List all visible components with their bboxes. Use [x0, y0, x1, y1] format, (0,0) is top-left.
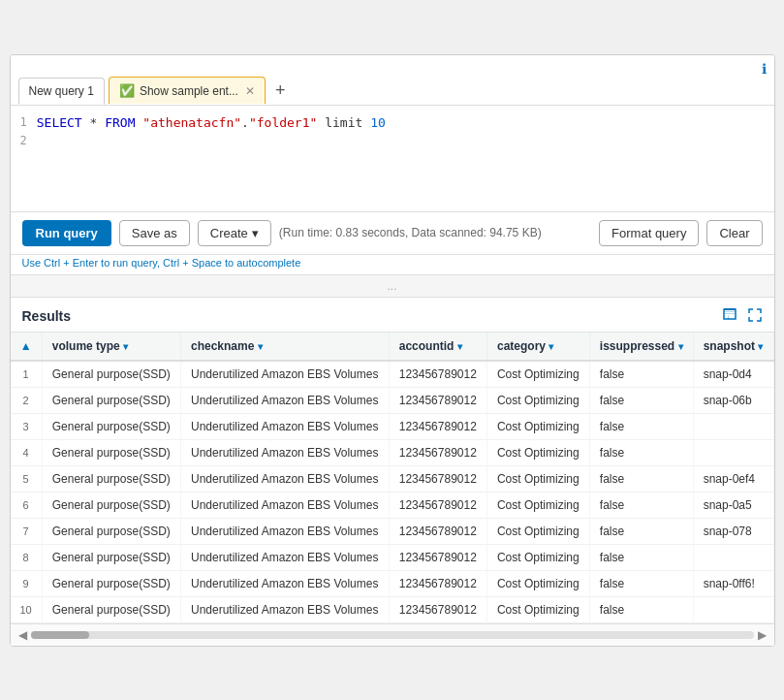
col-header-issuppressed[interactable]: issuppressed ▾: [589, 333, 693, 361]
results-section: Results ↓: [11, 298, 774, 646]
cell-category: Cost Optimizing: [486, 518, 589, 544]
cell-snapshot: snap-06b: [693, 387, 773, 413]
cell-row-num: 9: [11, 570, 43, 596]
svg-rect-1: [724, 311, 736, 312]
download-icon[interactable]: ↓: [722, 307, 737, 326]
bottom-scrollbar[interactable]: ◀ ▶: [11, 623, 774, 646]
table-row: 6 General purpose(SSD) Underutilized Ama…: [11, 492, 774, 518]
table-row: 3 General purpose(SSD) Underutilized Ama…: [11, 413, 774, 439]
scroll-thumb[interactable]: [31, 631, 89, 639]
col-header-category[interactable]: category ▾: [486, 333, 589, 361]
code-editor[interactable]: 1 2 SELECT * FROM "athenatacfn"."folder1…: [11, 106, 774, 203]
cell-volume-type: General purpose(SSD): [42, 387, 180, 413]
cell-category: Cost Optimizing: [486, 439, 589, 465]
tab-sample[interactable]: ✅ Show sample ent... ✕: [109, 77, 266, 104]
cell-volume-type: General purpose(SSD): [42, 596, 180, 622]
table-row: 5 General purpose(SSD) Underutilized Ama…: [11, 465, 774, 492]
col-header-volume-type[interactable]: volume type ▾: [42, 333, 180, 361]
save-as-button[interactable]: Save as: [119, 220, 190, 246]
cell-volume-type: General purpose(SSD): [42, 570, 180, 596]
tab-close-icon[interactable]: ✕: [245, 84, 255, 98]
table-row: 2 General purpose(SSD) Underutilized Ama…: [11, 387, 774, 413]
expand-icon[interactable]: [747, 307, 763, 326]
cell-snapshot: snap-0ff6!: [693, 570, 773, 596]
cell-checkname: Underutilized Amazon EBS Volumes: [181, 570, 390, 596]
create-button[interactable]: Create ▾: [198, 220, 271, 246]
clear-button[interactable]: Clear: [706, 220, 762, 246]
col-label-volume-type: volume type: [52, 339, 120, 353]
create-chevron-icon: ▾: [252, 226, 259, 240]
col-header-checkname[interactable]: checkname ▾: [181, 333, 390, 361]
cell-accountid: 123456789012: [389, 361, 486, 388]
cell-snapshot: [693, 413, 773, 439]
scroll-right-icon[interactable]: ▶: [758, 628, 767, 642]
col-header-row-num: ▲: [11, 333, 43, 361]
editor-area: 1 2 SELECT * FROM "athenatacfn"."folder1…: [11, 106, 774, 212]
cell-snapshot: snap-0a5: [693, 492, 773, 518]
table-row: 10 General purpose(SSD) Underutilized Am…: [11, 596, 774, 622]
cell-row-num: 10: [11, 596, 43, 622]
create-label: Create: [210, 226, 248, 240]
cell-issuppressed: false: [589, 518, 693, 544]
cell-category: Cost Optimizing: [486, 544, 589, 570]
cell-checkname: Underutilized Amazon EBS Volumes: [181, 439, 390, 465]
col-label-checkname: checkname: [191, 339, 254, 353]
sort-icon-category: ▾: [549, 341, 553, 352]
cell-category: Cost Optimizing: [486, 465, 589, 492]
run-info: (Run time: 0.83 seconds, Data scanned: 9…: [279, 226, 591, 239]
sort-icon-snapshot: ▾: [758, 341, 763, 352]
cell-volume-type: General purpose(SSD): [42, 361, 180, 388]
cell-accountid: 123456789012: [389, 413, 486, 439]
cell-volume-type: General purpose(SSD): [42, 492, 180, 518]
cell-row-num: 4: [11, 439, 43, 465]
cell-row-num: 5: [11, 465, 43, 492]
cell-snapshot: [693, 439, 773, 465]
cell-category: Cost Optimizing: [486, 570, 589, 596]
scroll-track[interactable]: [31, 631, 754, 639]
top-bar: ℹ: [11, 55, 774, 77]
cell-category: Cost Optimizing: [486, 361, 589, 388]
svg-text:↓: ↓: [727, 313, 731, 320]
table-row: 8 General purpose(SSD) Underutilized Ama…: [11, 544, 774, 570]
cell-category: Cost Optimizing: [486, 387, 589, 413]
cell-category: Cost Optimizing: [486, 413, 589, 439]
cell-category: Cost Optimizing: [486, 492, 589, 518]
cell-checkname: Underutilized Amazon EBS Volumes: [181, 596, 390, 622]
run-query-button[interactable]: Run query: [22, 220, 111, 246]
tabs-bar: New query 1 ✅ Show sample ent... ✕ +: [11, 77, 774, 106]
cell-row-num: 1: [11, 361, 43, 388]
results-table-wrapper: ▲ volume type ▾ checkname ▾ accountid: [11, 332, 774, 623]
col-header-snapshot[interactable]: snapshot ▾: [693, 333, 773, 361]
table-row: 7 General purpose(SSD) Underutilized Ama…: [11, 518, 774, 544]
tab-label-sample: Show sample ent...: [140, 84, 238, 98]
scroll-left-icon[interactable]: ◀: [18, 628, 27, 642]
cell-accountid: 123456789012: [389, 465, 486, 492]
sort-arrow-up-icon: ▲: [20, 339, 32, 353]
cell-accountid: 123456789012: [389, 544, 486, 570]
col-header-accountid[interactable]: accountid ▾: [389, 333, 486, 361]
code-content[interactable]: SELECT * FROM "athenatacfn"."folder1" li…: [37, 113, 774, 195]
cell-checkname: Underutilized Amazon EBS Volumes: [181, 518, 390, 544]
cell-volume-type: General purpose(SSD): [42, 544, 180, 570]
tab-new-query-1[interactable]: New query 1: [18, 78, 105, 105]
divider-dots: ...: [11, 274, 774, 298]
cell-snapshot: snap-0ef4: [693, 465, 773, 492]
cell-row-num: 8: [11, 544, 43, 570]
cell-row-num: 7: [11, 518, 43, 544]
table-row: 9 General purpose(SSD) Underutilized Ama…: [11, 570, 774, 596]
info-icon[interactable]: ℹ: [762, 61, 767, 77]
sort-icon-volume-type: ▾: [123, 341, 128, 352]
cell-row-num: 2: [11, 387, 43, 413]
toolbar: Run query Save as Create ▾ (Run time: 0.…: [11, 212, 774, 255]
tab-add-button[interactable]: +: [269, 77, 292, 105]
cell-issuppressed: false: [589, 492, 693, 518]
tab-label-new-query-1: New query 1: [29, 84, 94, 98]
cell-accountid: 123456789012: [389, 570, 486, 596]
cell-issuppressed: false: [589, 361, 693, 388]
cell-accountid: 123456789012: [389, 492, 486, 518]
results-tbody: 1 General purpose(SSD) Underutilized Ama…: [11, 361, 774, 623]
cell-checkname: Underutilized Amazon EBS Volumes: [181, 387, 390, 413]
format-query-button[interactable]: Format query: [599, 220, 699, 246]
col-label-accountid: accountid: [399, 339, 455, 353]
cell-volume-type: General purpose(SSD): [42, 413, 180, 439]
